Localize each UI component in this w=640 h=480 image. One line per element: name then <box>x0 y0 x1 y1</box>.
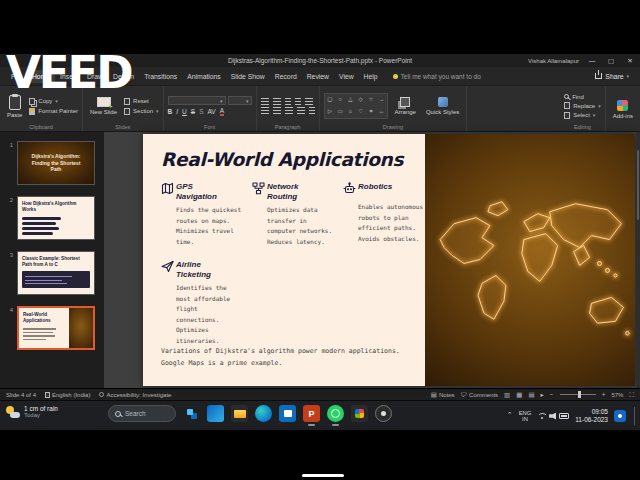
line-spacing-icon[interactable] <box>305 98 313 105</box>
zoom-in-button[interactable]: + <box>602 391 606 398</box>
powerpoint-taskbar-icon[interactable]: P <box>303 405 320 422</box>
feature-network-routing[interactable]: Network Routing Optimizes data transfer … <box>252 182 335 247</box>
decrease-indent-icon[interactable] <box>285 98 291 105</box>
wifi-icon[interactable] <box>537 413 546 420</box>
language-button[interactable]: English (India) <box>45 392 90 398</box>
align-right-icon[interactable] <box>285 107 293 114</box>
slide-thumbnail-3[interactable]: 3 Classic Example: Shortest Path from A … <box>6 251 100 295</box>
select-icon <box>564 112 570 119</box>
language-indicator[interactable]: ENG IN <box>519 410 532 423</box>
taskbar-search[interactable] <box>108 405 176 422</box>
canvas-scrollbar[interactable] <box>636 132 640 388</box>
slideshow-button[interactable]: ▸ <box>541 391 544 399</box>
chevron-down-icon: ▾ <box>626 73 629 79</box>
show-desktop-button[interactable] <box>634 407 636 425</box>
tab-view[interactable]: View <box>334 70 359 83</box>
task-view-button[interactable] <box>183 405 200 422</box>
font-name-combo[interactable]: ▾ <box>168 96 226 105</box>
bullets-icon[interactable] <box>261 98 269 105</box>
justify-icon[interactable] <box>297 107 305 114</box>
strikethrough-button[interactable]: S <box>191 108 195 115</box>
fit-to-window-button[interactable]: ⛶ <box>629 391 634 399</box>
slide-title[interactable]: Real-World Applications <box>161 149 411 170</box>
underline-button[interactable]: U <box>182 108 187 115</box>
font-color-button[interactable]: A <box>220 107 224 116</box>
search-input[interactable] <box>125 410 169 417</box>
microsoft-store-icon[interactable] <box>279 405 296 422</box>
addins-button[interactable]: Add-ins <box>610 99 636 120</box>
slide-sorter-view-button[interactable]: ▦ <box>516 391 522 399</box>
reading-view-button[interactable]: ▤ <box>528 391 534 399</box>
slide-canvas[interactable]: Real-World Applications GPS Navigation <box>143 134 635 386</box>
align-left-icon[interactable] <box>261 107 269 114</box>
file-explorer-icon[interactable] <box>231 405 248 422</box>
slide-thumbnail-1[interactable]: 1 Dijkstra's Algorithm: Finding the Shor… <box>6 141 100 185</box>
font-size-combo[interactable]: ▾ <box>228 96 252 105</box>
screen-recorder-icon[interactable] <box>375 405 392 422</box>
tab-slide-show[interactable]: Slide Show <box>226 70 270 83</box>
tab-help[interactable]: Help <box>359 70 383 83</box>
find-button[interactable]: Find <box>564 94 584 100</box>
arrange-icon <box>400 97 410 107</box>
close-button[interactable]: ✕ <box>624 57 636 65</box>
comments-button[interactable]: 🗩Comments <box>461 391 499 398</box>
tab-record[interactable]: Record <box>270 70 302 83</box>
tray-time: 09:05 <box>575 408 608 416</box>
volume-icon[interactable] <box>549 413 556 420</box>
increase-indent-icon[interactable] <box>295 98 301 105</box>
photos-app-icon[interactable] <box>351 405 368 422</box>
zoom-level[interactable]: 57% <box>611 392 623 398</box>
italic-button[interactable]: I <box>176 108 178 115</box>
shapes-gallery[interactable]: ▢○△◇☆→ ▷▭⌂♡✶↔ <box>324 93 388 119</box>
maximize-button[interactable]: ▢ <box>605 57 617 65</box>
tab-review[interactable]: Review <box>302 70 334 83</box>
share-button[interactable]: Share ▾ <box>590 71 634 82</box>
numbering-icon[interactable] <box>273 98 281 105</box>
notifications-badge[interactable] <box>614 410 626 422</box>
clock[interactable]: 09:05 11-06-2023 <box>575 408 608 424</box>
world-map-image[interactable] <box>425 134 635 386</box>
zoom-out-button[interactable]: − <box>550 391 554 398</box>
hidden-icons-chevron[interactable]: ⌃ <box>507 411 513 419</box>
weather-widget[interactable]: 1 cm of rain Today <box>6 405 58 418</box>
slide-thumbnail-4[interactable]: 4 Real-World Applications <box>6 306 100 350</box>
zoom-slider[interactable] <box>560 394 596 395</box>
screen: Dijkstras-Algorithm-Finding-the-Shortest… <box>0 0 640 480</box>
text-shadow-button[interactable]: S <box>199 108 203 115</box>
tab-animations[interactable]: Animations <box>182 70 226 83</box>
tab-transitions[interactable]: Transitions <box>139 70 182 83</box>
feature-gps-navigation[interactable]: GPS Navigation Finds the quickest routes… <box>161 182 244 247</box>
tray-date: 11-06-2023 <box>575 416 608 424</box>
slide-number: 1 <box>6 141 13 185</box>
feature-airline-ticketing[interactable]: Airline Ticketing Identifies the most af… <box>161 260 244 346</box>
align-center-icon[interactable] <box>273 107 281 114</box>
section-button[interactable]: Section▾ <box>124 108 159 115</box>
battery-icon[interactable] <box>559 413 569 419</box>
character-spacing-button[interactable]: AV <box>207 108 215 115</box>
accessibility-button[interactable]: Accessibility: Investigate <box>99 392 171 398</box>
notes-button[interactable]: ▤Notes <box>431 391 455 399</box>
slide-thumbnail-2[interactable]: 2 How Dijkstra's Algorithm Works <box>6 196 100 240</box>
minimize-button[interactable]: — <box>586 57 598 64</box>
share-icon <box>595 73 602 79</box>
feature-robotics[interactable]: Robotics Enables autonomous robots to pl… <box>343 182 426 247</box>
edge-browser-icon[interactable] <box>255 405 272 422</box>
select-button[interactable]: Select▾ <box>564 112 595 119</box>
columns-icon[interactable] <box>309 107 315 114</box>
widgets-button[interactable] <box>207 405 224 422</box>
tell-me-search[interactable]: Tell me what you want to do <box>393 73 481 80</box>
normal-view-button[interactable]: ▥ <box>504 391 510 399</box>
slides-group-label: Slides <box>87 124 159 130</box>
ribbon-spacer <box>467 86 560 131</box>
bold-button[interactable]: B <box>168 108 173 115</box>
account-name[interactable]: Vishak Allamalapur <box>528 58 579 64</box>
slide-footer-text[interactable]: Variations of Dijkstra's algorithm power… <box>161 346 411 379</box>
whatsapp-icon[interactable] <box>327 405 344 422</box>
replace-button[interactable]: Replace▾ <box>564 102 601 109</box>
replace-icon <box>564 102 570 109</box>
new-slide-button[interactable]: New Slide <box>87 96 120 116</box>
arrange-button[interactable]: Arrange <box>392 96 419 116</box>
quick-styles-button[interactable]: Quick Styles <box>423 96 462 116</box>
workspace: 1 Dijkstra's Algorithm: Finding the Shor… <box>0 132 640 388</box>
format-painter-button[interactable]: Format Painter <box>29 108 78 115</box>
